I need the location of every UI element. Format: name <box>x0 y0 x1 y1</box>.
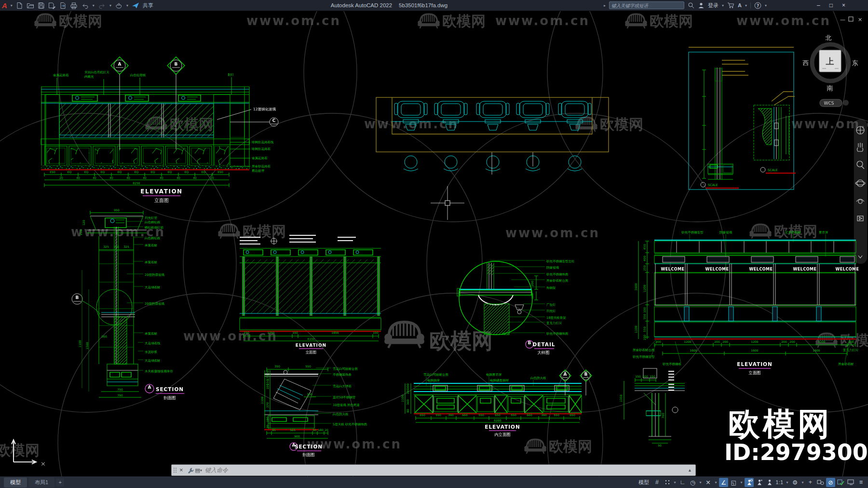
viewcube-east[interactable]: 东 <box>852 59 858 67</box>
workspace-caret-icon[interactable]: ▾ <box>800 480 805 485</box>
doc-window-controls[interactable]: — × <box>840 16 862 23</box>
window-minimize-button[interactable]: – <box>817 2 820 9</box>
window-title-filename: 5b3501f6b17fa.dwg <box>399 2 448 8</box>
svg-text:565: 565 <box>290 428 296 432</box>
svg-text:40: 40 <box>160 176 163 179</box>
recent-commands-icon[interactable]: ▤ <box>195 467 200 474</box>
svg-text:40: 40 <box>126 176 130 179</box>
help-caret-icon[interactable]: ▾ <box>765 3 767 8</box>
svg-text:650: 650 <box>570 413 575 417</box>
autoscale-annotation-icon[interactable] <box>755 478 764 487</box>
svg-text:1560: 1560 <box>85 342 89 349</box>
title-bar: A ▾ ▾ ▾ ▾ 共享 Autodesk AutoCAD 20225b3501… <box>0 0 868 11</box>
clean-screen-monitor-icon[interactable] <box>846 478 855 487</box>
svg-text:550: 550 <box>554 413 559 417</box>
graphics-performance-icon[interactable]: ⊘ <box>826 478 835 487</box>
svg-text:8250: 8250 <box>133 181 140 185</box>
viewcube-west[interactable]: 西 <box>803 59 809 67</box>
command-expand-icon[interactable]: ▲ <box>688 468 692 473</box>
nav-fullnav-wheel-icon[interactable] <box>856 126 864 134</box>
workspace-gear-icon[interactable]: ⚙ <box>790 478 800 487</box>
drawing-plan-counter <box>376 97 609 175</box>
add-layout-button[interactable]: + <box>56 478 64 487</box>
drawing-canvas[interactable]: text{font-family:"DejaVu Sans","Liberati… <box>0 11 868 476</box>
svg-text:欧模网: 欧模网 <box>0 442 40 459</box>
search-input[interactable] <box>609 1 684 9</box>
annotation-scale-icon[interactable] <box>765 478 774 487</box>
autodesk-apps-icon[interactable]: A <box>738 2 742 8</box>
isolate-objects-icon[interactable] <box>816 478 825 487</box>
svg-text:米黄石材: 米黄石材 <box>145 332 158 336</box>
navigation-bar[interactable] <box>854 119 867 264</box>
svg-text:黑金砂石材台面: 黑金砂石材台面 <box>633 348 655 352</box>
svg-text:180: 180 <box>266 417 269 422</box>
customize-wrench-icon[interactable] <box>187 467 194 474</box>
svg-text:EQ: EQ <box>168 170 172 174</box>
osnap-caret-icon[interactable]: ▾ <box>739 480 744 485</box>
stool <box>486 156 500 171</box>
annotation-visibility-icon[interactable] <box>745 478 754 487</box>
tab-layout1[interactable]: 布局1 <box>28 477 54 488</box>
cart-icon[interactable] <box>727 2 734 9</box>
svg-text:12厘钢化玻璃: 12厘钢化玻璃 <box>253 107 276 111</box>
customization-menu-icon[interactable]: ≡ <box>856 478 866 487</box>
svg-text:ELEVATION: ELEVATION <box>485 424 520 430</box>
scale-caret-icon[interactable]: ▾ <box>785 480 789 485</box>
svg-text:大花绿石材: 大花绿石材 <box>145 285 161 289</box>
viewcube-south[interactable]: 南 <box>827 84 833 92</box>
isodraft-icon[interactable]: ✕ <box>704 478 713 487</box>
doc-restore-button[interactable] <box>849 17 853 21</box>
object-snap-icon[interactable]: ◱ <box>729 478 738 487</box>
annotation-monitor-plus-icon[interactable]: + <box>806 478 815 487</box>
svg-text:1100: 1100 <box>78 340 81 347</box>
object-snap-tracking-icon[interactable]: ∠ <box>719 478 728 487</box>
grid-icon[interactable]: # <box>652 478 662 487</box>
svg-text:400: 400 <box>643 256 646 261</box>
command-grip-handle[interactable] <box>174 468 176 473</box>
recent-commands-caret-icon[interactable]: ▾ <box>200 468 202 473</box>
svg-text:防爆玻璃: 防爆玻璃 <box>719 230 732 234</box>
svg-text:200: 200 <box>642 375 648 378</box>
isodraft-caret-icon[interactable]: ▾ <box>714 480 718 485</box>
search-expand-icon[interactable]: ▸ <box>604 3 606 8</box>
command-input[interactable] <box>204 466 688 474</box>
wcs-dropdown-icon[interactable] <box>843 100 849 106</box>
paper-model-toggle[interactable]: 模型 <box>638 479 649 486</box>
search-icon[interactable] <box>688 2 694 9</box>
snap-caret-icon[interactable]: ▾ <box>673 480 677 485</box>
doc-close-button[interactable]: × <box>858 16 862 23</box>
svg-text:电脑显示屏: 电脑显示屏 <box>486 373 502 377</box>
ortho-icon[interactable]: ∟ <box>678 478 687 487</box>
model-space-viewport[interactable]: text{font-family:"DejaVu Sans","Liberati… <box>0 11 868 476</box>
command-close-icon[interactable]: × <box>179 466 183 474</box>
trusted-autodesk-icon[interactable] <box>836 478 845 487</box>
snap-icon[interactable] <box>663 478 672 487</box>
svg-text:1050: 1050 <box>267 331 274 334</box>
wcs-control[interactable]: WCS <box>820 99 849 107</box>
polar-caret-icon[interactable]: ▾ <box>698 480 703 485</box>
viewcube-north[interactable]: 北 <box>826 34 832 41</box>
command-line-bar[interactable]: × ▤ ▾ ▲ <box>171 464 696 476</box>
annotation-scale-value[interactable]: 1:1 <box>775 478 784 487</box>
viewcube[interactable]: 北 南 西 东 上 <box>803 34 858 92</box>
login-avatar-icon[interactable] <box>698 2 705 9</box>
window-maximize-button[interactable]: □ <box>829 2 833 9</box>
tab-model[interactable]: 模型 <box>4 477 27 488</box>
login-label[interactable]: 登录 <box>708 2 719 9</box>
apps-caret-icon[interactable]: ▾ <box>745 3 747 8</box>
svg-text:EQ: EQ <box>135 170 139 174</box>
svg-text:射灯: 射灯 <box>228 73 234 77</box>
doc-minimize-button[interactable]: — <box>840 16 845 23</box>
polar-tracking-icon[interactable]: ◷ <box>688 478 697 487</box>
svg-text:1600: 1600 <box>690 349 697 352</box>
ucs-x-marker: × <box>41 460 46 467</box>
login-caret-icon[interactable]: ▾ <box>722 3 724 8</box>
svg-text:900: 900 <box>294 434 300 438</box>
svg-text:550: 550 <box>511 413 516 417</box>
svg-text:啡网纹花岗石线: 啡网纹花岗石线 <box>252 140 274 144</box>
svg-text:750: 750 <box>117 388 123 391</box>
svg-text:木夹板腐蚀玻璃珠帘: 木夹板腐蚀玻璃珠帘 <box>145 369 173 373</box>
help-icon[interactable]: ? <box>754 2 761 9</box>
stool <box>404 156 418 171</box>
window-close-button[interactable]: × <box>842 2 845 9</box>
